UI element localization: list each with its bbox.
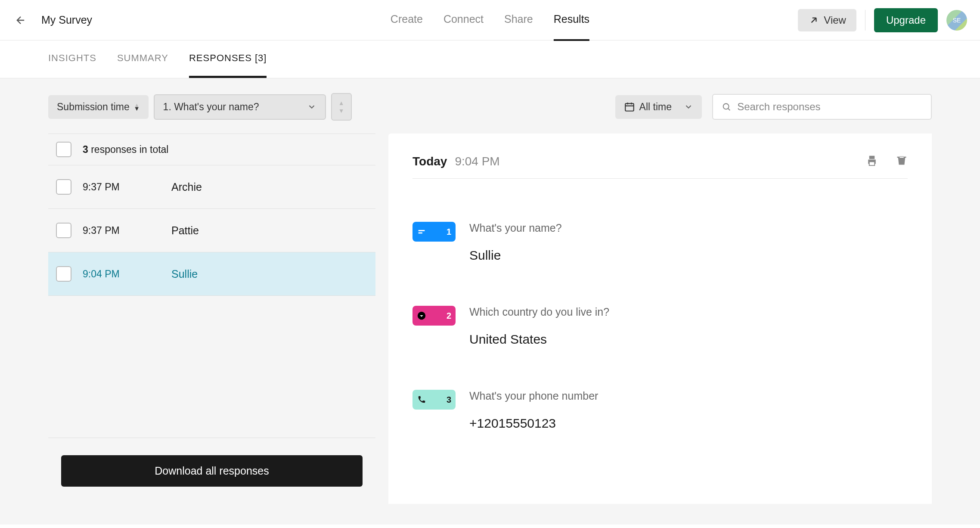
svg-rect-4 <box>869 162 875 166</box>
qa-content: Which country do you live in? United Sta… <box>469 306 609 347</box>
detail-date: Today <box>412 155 447 168</box>
qa-list: 1 What's your name? Sullie 2 Which count… <box>412 222 908 431</box>
row-checkbox[interactable] <box>56 223 71 238</box>
question-label: 1. What's your name? <box>163 101 259 113</box>
external-link-icon <box>808 15 819 26</box>
question-badge: 2 <box>412 306 456 326</box>
svg-rect-2 <box>869 156 875 159</box>
filter-right: All time <box>615 94 932 120</box>
svg-point-1 <box>723 104 729 109</box>
list-row[interactable]: 9:37 PM Archie <box>48 165 375 209</box>
qa-item: 1 What's your name? Sullie <box>412 222 908 263</box>
answer-text: Sullie <box>469 248 562 263</box>
answer-text: +12015550123 <box>469 416 598 431</box>
sort-arrows-icon: ▲▼ <box>134 103 140 110</box>
svg-rect-0 <box>625 103 634 111</box>
qa-content: What's your phone number +12015550123 <box>469 390 598 431</box>
row-checkbox[interactable] <box>56 266 71 282</box>
row-name: Pattie <box>171 224 199 237</box>
sort-down-icon: ▼ <box>338 107 344 114</box>
content-split: 3 responses in total 9:37 PM Archie 9:37… <box>48 134 932 504</box>
filter-bar: Submission time ▲▼ 1. What's your name? … <box>48 93 932 121</box>
upgrade-button[interactable]: Upgrade <box>874 8 938 32</box>
select-all-checkbox[interactable] <box>56 142 71 157</box>
view-button[interactable]: View <box>798 9 856 31</box>
header-divider <box>865 10 865 31</box>
tab-summary[interactable]: SUMMARY <box>117 40 168 78</box>
nav-results[interactable]: Results <box>554 0 589 41</box>
row-checkbox[interactable] <box>56 179 71 195</box>
top-header: My Survey Create Connect Share Results V… <box>0 0 980 40</box>
sort-direction-button[interactable]: ▲ ▼ <box>331 93 352 121</box>
phone-icon <box>417 395 426 404</box>
chevron-down-icon <box>684 102 693 112</box>
date-range-label: All time <box>639 101 672 113</box>
nav-connect[interactable]: Connect <box>443 0 484 41</box>
header-right: View Upgrade SE <box>798 8 967 32</box>
tab-responses[interactable]: RESPONSES [3] <box>189 40 267 78</box>
nav-create[interactable]: Create <box>391 0 423 41</box>
avatar[interactable]: SE <box>946 10 967 31</box>
row-name: Archie <box>171 181 202 193</box>
list-summary: 3 responses in total <box>83 144 168 155</box>
detail-actions <box>865 154 908 169</box>
avatar-initials: SE <box>953 17 961 24</box>
survey-title: My Survey <box>41 14 92 26</box>
arrow-left-icon <box>15 14 27 26</box>
qa-item: 2 Which country do you live in? United S… <box>412 306 908 347</box>
search-icon <box>722 102 731 112</box>
question-number: 1 <box>447 227 451 237</box>
row-name: Sullie <box>171 268 198 280</box>
tab-insights[interactable]: INSIGHTS <box>48 40 96 78</box>
question-badge: 3 <box>412 390 456 410</box>
response-count: 3 <box>83 144 88 155</box>
response-count-suffix: responses in total <box>91 144 168 155</box>
responses-list: 3 responses in total 9:37 PM Archie 9:37… <box>48 134 375 504</box>
detail-header: Today 9:04 PM <box>412 154 908 179</box>
trash-icon <box>896 154 908 166</box>
main-nav: Create Connect Share Results <box>391 0 589 41</box>
search-box[interactable] <box>712 94 932 120</box>
delete-button[interactable] <box>896 154 908 169</box>
answer-text: United States <box>469 332 609 347</box>
qa-content: What's your name? Sullie <box>469 222 562 263</box>
qa-item: 3 What's your phone number +12015550123 <box>412 390 908 431</box>
dropdown-icon <box>417 311 426 320</box>
chevron-down-icon <box>307 102 316 112</box>
view-label: View <box>824 14 846 26</box>
date-range-dropdown[interactable]: All time <box>615 95 702 119</box>
list-header: 3 responses in total <box>48 134 375 165</box>
calendar-icon <box>624 101 635 112</box>
question-text: What's your phone number <box>469 390 598 402</box>
sub-nav: INSIGHTS SUMMARY RESPONSES [3] <box>0 40 980 78</box>
search-input[interactable] <box>737 101 922 113</box>
question-dropdown[interactable]: 1. What's your name? <box>154 94 326 120</box>
question-text: What's your name? <box>469 222 562 234</box>
list-row[interactable]: 9:04 PM Sullie <box>48 252 375 296</box>
sort-up-icon: ▲ <box>338 99 344 106</box>
download-all-button[interactable]: Download all responses <box>61 455 363 487</box>
row-time: 9:37 PM <box>83 225 160 236</box>
print-icon <box>865 154 878 167</box>
question-number: 3 <box>447 395 451 405</box>
short-text-icon <box>417 227 426 236</box>
sort-by-dropdown[interactable]: Submission time ▲▼ <box>48 95 149 119</box>
sort-by-label: Submission time <box>57 101 130 113</box>
detail-time: 9:04 PM <box>455 155 499 168</box>
list-footer: Download all responses <box>48 438 375 504</box>
row-time: 9:37 PM <box>83 181 160 193</box>
back-button[interactable] <box>13 12 28 28</box>
main-area: Submission time ▲▼ 1. What's your name? … <box>0 78 980 525</box>
row-time: 9:04 PM <box>83 268 160 280</box>
question-badge: 1 <box>412 222 456 242</box>
list-row[interactable]: 9:37 PM Pattie <box>48 209 375 252</box>
print-button[interactable] <box>865 154 878 169</box>
question-text: Which country do you live in? <box>469 306 609 318</box>
nav-share[interactable]: Share <box>504 0 533 41</box>
question-number: 2 <box>447 311 451 321</box>
response-detail: Today 9:04 PM 1 <box>388 134 932 504</box>
